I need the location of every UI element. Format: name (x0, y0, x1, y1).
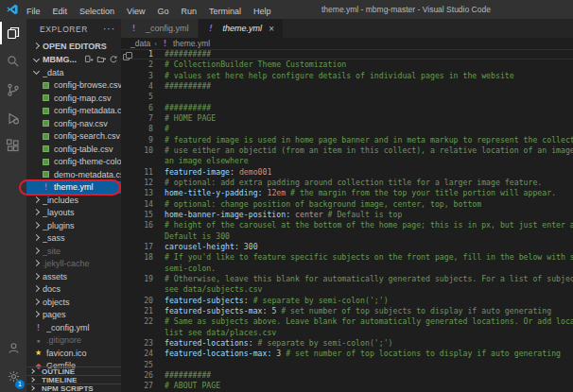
folder--jekyll-cache[interactable]: .jekyll-cache (26, 258, 121, 271)
code-line-27: 27# ABOUT PAGE (121, 381, 573, 391)
code-line-20: 20featured-subjects: # separate by semi-… (121, 296, 573, 306)
chevron-right-icon (29, 368, 35, 374)
section-label: NPM SCRIPTS (42, 384, 94, 392)
line-number: 9 (121, 135, 153, 145)
section-timeline[interactable]: TIMELINE (26, 375, 121, 383)
file-config-metadata-csv[interactable]: config-metadata.csv (26, 105, 121, 118)
menu-edit[interactable]: Edit (53, 7, 68, 16)
code-line-text: featured-locations-max: 3 # set number o… (153, 349, 561, 359)
code-line-text: semi-colon. (153, 264, 216, 274)
folder--sass[interactable]: _sass (26, 232, 121, 246)
tree-item-label: config-search.csv (54, 131, 120, 141)
extensions-icon[interactable] (0, 132, 26, 161)
code-line-wrap: Default is 300 (121, 231, 573, 242)
code-line-8: 8# (121, 124, 573, 134)
run-debug-icon[interactable] (0, 104, 26, 132)
explorer-actions-icon[interactable]: ··· (103, 19, 115, 40)
line-number: 6 (121, 103, 153, 113)
folder-docs[interactable]: docs (26, 283, 121, 297)
tab-label: _config.yml (146, 24, 189, 33)
file-config-search-csv[interactable]: config-search.csv (26, 130, 121, 144)
folder--plugins[interactable]: _plugins (26, 219, 121, 232)
code-editor[interactable]: 1##########2# CollectionBuilder Theme Cu… (121, 49, 573, 392)
menu-terminal[interactable]: Terminal (209, 7, 241, 16)
code-line-11: 11featured-image: demo001 (121, 167, 573, 178)
folder--site[interactable]: _site (26, 245, 121, 258)
file-demo-metadata-csv[interactable]: demo-metadata.csv (26, 168, 121, 181)
code-line-text: ########## (153, 103, 211, 113)
new-folder-icon[interactable] (96, 55, 106, 64)
explorer-icon[interactable] (0, 19, 26, 47)
source-control-icon[interactable] (0, 76, 26, 104)
code-line-9: 9# featured image is used in home page b… (121, 135, 573, 145)
code-line-text: ########## (153, 370, 211, 381)
file-favicon-ico[interactable]: ★favicon.ico (26, 347, 121, 360)
tree-item-label: theme.yml (54, 182, 94, 192)
folder--layouts[interactable]: _layouts (26, 207, 121, 220)
code-line-25: 25 (121, 360, 573, 370)
code-line-7: 7# HOME PAGE (121, 113, 573, 124)
code-line-text: see data/subjects.csv (153, 284, 263, 295)
chevron-right-icon (33, 298, 40, 305)
refresh-icon[interactable] (109, 55, 118, 64)
chevron-right-icon (33, 311, 40, 317)
folder--includes[interactable]: _includes (26, 194, 121, 207)
code-line-19: 19# Otherwise, leave this blank for auto… (121, 274, 573, 284)
yaml-file-icon: ! (207, 24, 216, 33)
code-line-text: featured-image: demo001 (153, 167, 271, 178)
tree-item-label: _sass (43, 233, 65, 243)
chevron-down-icon (33, 68, 40, 75)
project-section-header[interactable]: MBMG... (26, 53, 121, 66)
menu-run[interactable]: Run (181, 7, 197, 16)
file-config-nav-csv[interactable]: config-nav.csv (26, 117, 121, 130)
line-number: 2 (121, 60, 153, 70)
menu-selection[interactable]: Selection (79, 7, 114, 16)
breadcrumb-item[interactable]: _data (130, 39, 150, 48)
file--config-yml[interactable]: !_config.yml (26, 321, 121, 334)
tab-theme-yml[interactable]: !theme.yml× (199, 19, 283, 38)
close-tab-icon[interactable]: × (269, 24, 274, 34)
section-outline[interactable]: OUTLINE (26, 366, 121, 375)
menu-help[interactable]: Help (253, 7, 271, 16)
section-npm-scripts[interactable]: NPM SCRIPTS (26, 383, 121, 392)
folder-pages[interactable]: pages (26, 309, 121, 322)
line-number: 11 (121, 167, 153, 178)
code-line-22: 22# Same as subjects above. Leave blank … (121, 316, 573, 327)
code-line-wrap: list see data/places.csv (121, 328, 573, 338)
tree-item-label: config-table.csv (54, 145, 113, 154)
new-file-icon[interactable] (84, 55, 94, 64)
line-number: 7 (121, 113, 153, 124)
line-number: 19 (121, 274, 153, 284)
folder--data[interactable]: _data (26, 66, 121, 79)
file-config-table-csv[interactable]: config-table.csv (26, 143, 121, 156)
vscode-logo-icon (6, 3, 19, 16)
code-line-15: 15home-banner-image-position: center # D… (121, 210, 573, 220)
file-config-browse-csv[interactable]: config-browse.csv (26, 79, 121, 93)
chevron-right-icon (33, 273, 40, 280)
menu-file[interactable]: File (26, 7, 41, 16)
file-config-theme-colors-csv[interactable]: config-theme-colors.csv (26, 156, 121, 169)
code-line-text: featured-locations: # separate by semi-c… (153, 338, 393, 349)
file-tree: _dataconfig-browse.csvconfig-map.csvconf… (26, 66, 121, 372)
code-line-text: ########## (153, 81, 211, 92)
file-config-map-csv[interactable]: config-map.csv (26, 92, 121, 105)
file--gitignore[interactable]: ●.gitignore (26, 334, 121, 348)
menu-view[interactable]: View (127, 7, 145, 16)
folder-assets[interactable]: assets (26, 270, 121, 283)
badge: 1 (15, 380, 25, 389)
folder-objects[interactable]: objects (26, 296, 121, 309)
title-bar: FileEditSelectionViewGoRunTerminalHelp t… (0, 0, 573, 19)
file-theme-yml[interactable]: !theme.yml (26, 181, 121, 195)
open-editors-section[interactable]: OPEN EDITORS (26, 40, 121, 53)
breadcrumb[interactable]: _data›!theme.yml (121, 38, 573, 49)
settings-gear-icon[interactable]: 1 (0, 362, 26, 390)
chevron-right-icon (33, 196, 40, 203)
code-action-icon[interactable] (123, 52, 130, 60)
account-icon[interactable] (0, 333, 26, 362)
search-icon[interactable] (0, 47, 26, 76)
tab--config-yml[interactable]: !_config.yml (121, 19, 198, 38)
code-line-text: # ABOUT PAGE (153, 381, 220, 391)
code-line-18: 18# If you'd like to feature specific su… (121, 252, 573, 263)
breadcrumb-item[interactable]: !theme.yml (161, 39, 210, 48)
menu-go[interactable]: Go (157, 7, 168, 16)
